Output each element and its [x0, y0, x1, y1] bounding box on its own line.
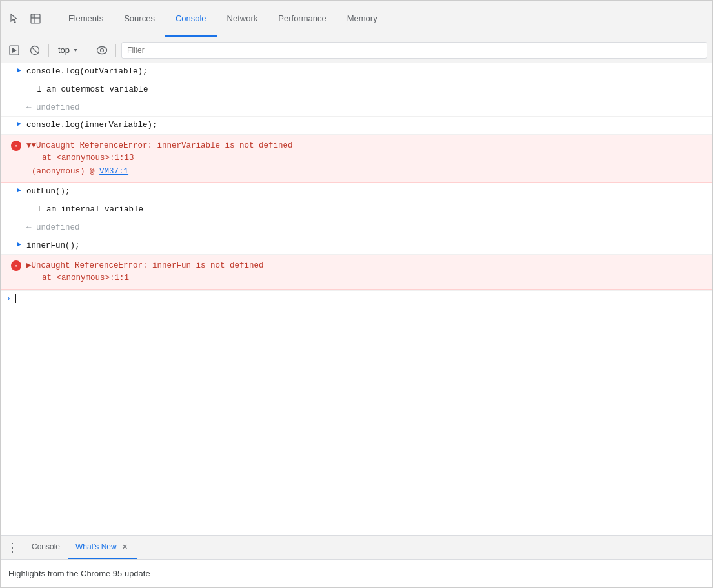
console-error-row: ▼▼Uncaught ReferenceError: innerVariable…: [1, 135, 712, 183]
error2-line-2: at <anonymous>:1:1: [26, 272, 710, 284]
expand-arrow[interactable]: ▶: [17, 66, 21, 74]
nav-divider: [54, 8, 54, 29]
row-gutter: ▶: [1, 118, 26, 128]
nav-icon-group: [6, 10, 45, 28]
bottom-content: Highlights from the Chrome 95 update: [1, 559, 712, 587]
toolbar-divider-3: [115, 44, 116, 57]
filter-input[interactable]: [121, 42, 707, 59]
tab-memory[interactable]: Memory: [337, 1, 388, 37]
tab-console[interactable]: Console: [165, 1, 217, 37]
close-whatsnew-btn[interactable]: ✕: [121, 542, 129, 552]
expand-arrow[interactable]: ▶: [17, 186, 21, 194]
bottom-tab-console[interactable]: Console: [24, 536, 68, 559]
prompt-symbol: ›: [1, 293, 11, 304]
expand-arrow[interactable]: ▶: [17, 119, 21, 128]
error-line-2: at <anonymous>:1:13: [26, 152, 710, 164]
svg-marker-5: [12, 48, 17, 53]
console-output-line: I am outermost variable: [26, 83, 712, 97]
console-toolbar: top: [1, 37, 712, 63]
play-icon-btn[interactable]: [6, 42, 23, 59]
bottom-tabs-bar: ⋮ Console What's New ✕: [1, 536, 712, 559]
console-output-line: I am internal variable: [26, 202, 712, 217]
eye-icon-btn[interactable]: [94, 42, 110, 59]
console-error-block: ▼▼Uncaught ReferenceError: innerVariable…: [26, 139, 712, 179]
console-prompt[interactable]: ›: [1, 290, 712, 306]
row-gutter: [1, 220, 26, 222]
block-icon-btn[interactable]: [26, 42, 43, 59]
inspector-icon-btn[interactable]: [26, 10, 45, 28]
svg-point-9: [97, 46, 107, 54]
console-output: ▶ console.log(outVariable); I am outermo…: [1, 63, 712, 535]
svg-rect-1: [31, 14, 35, 18]
console-input-line: innerFun();: [26, 239, 712, 253]
console-row: ← undefined: [1, 219, 712, 237]
svg-point-10: [101, 48, 104, 52]
bottom-tab-whatsnew[interactable]: What's New ✕: [68, 536, 137, 559]
more-options-btn[interactable]: ⋮: [3, 538, 21, 556]
error2-line-1: ▶Uncaught ReferenceError: innerFun is no…: [26, 260, 710, 272]
expand-arrow[interactable]: ▶: [17, 240, 21, 248]
row-gutter: [1, 101, 26, 102]
error-icon-2: [11, 260, 21, 271]
console-undefined-line: ← undefined: [26, 101, 712, 115]
console-row: ▶ console.log(outVariable);: [1, 63, 712, 81]
error-icon: [11, 141, 21, 151]
toolbar-divider-2: [88, 44, 88, 57]
console-error-block-2: ▶Uncaught ReferenceError: innerFun is no…: [26, 259, 712, 286]
error-vm-link[interactable]: VM37:1: [99, 167, 128, 176]
error-line-1: ▼▼Uncaught ReferenceError: innerVariable…: [26, 140, 710, 152]
context-dropdown[interactable]: top: [54, 44, 83, 56]
tab-elements[interactable]: Elements: [58, 1, 114, 37]
row-gutter: ▶: [1, 239, 26, 248]
console-input-line: console.log(outVariable);: [26, 64, 712, 79]
toolbar-divider: [48, 44, 49, 57]
nav-tabs: Elements Sources Console Network Perform…: [58, 1, 388, 37]
console-row: I am internal variable: [1, 201, 712, 219]
top-nav-bar: Elements Sources Console Network Perform…: [1, 1, 712, 37]
console-undefined-line: ← undefined: [26, 220, 712, 235]
row-gutter: ▶: [1, 184, 26, 194]
console-row: ▶ innerFun();: [1, 237, 712, 255]
console-error-row-2: ▶Uncaught ReferenceError: innerFun is no…: [1, 255, 712, 290]
console-input-line: outFun();: [26, 184, 712, 199]
error-callstack: (anonymous) @ VM37:1: [26, 166, 710, 178]
tab-sources[interactable]: Sources: [114, 1, 165, 37]
bottom-panel: ⋮ Console What's New ✕ Highlights from t…: [1, 535, 712, 587]
console-row: ← undefined: [1, 99, 712, 117]
console-row: I am outermost variable: [1, 81, 712, 99]
row-gutter: [1, 139, 26, 151]
row-gutter: ▶: [1, 64, 26, 74]
svg-line-7: [32, 47, 38, 54]
svg-marker-8: [74, 49, 77, 52]
console-row: ▶ console.log(innerVariable);: [1, 117, 712, 135]
row-gutter: [1, 202, 26, 204]
cursor-icon-btn[interactable]: [6, 10, 24, 28]
prompt-cursor: [15, 294, 16, 303]
row-gutter: [1, 259, 26, 271]
console-row: ▶ outFun();: [1, 183, 712, 201]
tab-network[interactable]: Network: [217, 1, 268, 37]
tab-performance[interactable]: Performance: [268, 1, 336, 37]
row-gutter: [1, 83, 26, 84]
console-input-line: console.log(innerVariable);: [26, 118, 712, 133]
